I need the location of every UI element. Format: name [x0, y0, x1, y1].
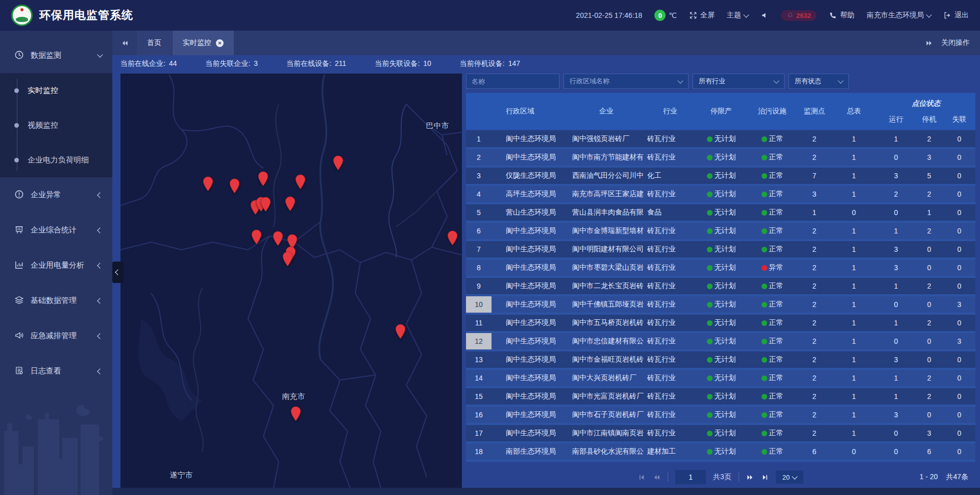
table-row[interactable]: 2阆中生态环境局阆中市南方节能建材有砖瓦行业无计划正常21030: [466, 149, 975, 168]
map-pin[interactable]: [258, 171, 268, 186]
sidebar-group-item[interactable]: 应急减排管理: [0, 318, 112, 353]
cell-industry: 砖瓦行业: [645, 351, 696, 368]
tab-close-icon[interactable]: ×: [216, 39, 224, 47]
map-pin[interactable]: [285, 196, 296, 211]
row-index: 2: [466, 149, 492, 166]
region-filter-select[interactable]: 行政区域名称: [564, 74, 689, 89]
cell-company: 阆中市金博瑞新型墙材: [568, 223, 645, 239]
last-page-button[interactable]: [761, 474, 769, 481]
cell-limit-status: 无计划: [696, 204, 747, 221]
cell-industry: 砖瓦行业: [645, 388, 696, 405]
limit-status-label: 无计划: [715, 281, 736, 291]
cell-meter-count: 1: [831, 351, 877, 368]
table-row[interactable]: 8阆中生态环境局阆中市枣碧大梁山页岩砖瓦行业无计划异常21300: [466, 260, 975, 278]
map-pin[interactable]: [295, 174, 306, 190]
map-pin[interactable]: [333, 155, 344, 171]
theme-button[interactable]: 主题: [727, 11, 748, 20]
map-pin[interactable]: [251, 229, 262, 245]
sidebar-group-item[interactable]: 企业异常: [0, 177, 112, 213]
table-row[interactable]: 12阆中生态环境局阆中市忠信建材有限公砖瓦行业无计划正常21003: [466, 333, 975, 351]
tab-realtime[interactable]: 实时监控×: [173, 31, 234, 55]
table-row[interactable]: 1阆中生态环境局阆中强锐页岩砖厂砖瓦行业无计划正常21120: [466, 131, 975, 149]
name-filter-input[interactable]: [466, 74, 559, 89]
chevron-left-icon: [97, 368, 103, 374]
map-pin[interactable]: [273, 231, 283, 246]
sidebar-submenu-item[interactable]: 企业电力负荷明细: [0, 143, 112, 177]
table-row[interactable]: 18南部生态环境局南部县砂化水泥有限公建材加工无计划正常60060: [466, 443, 975, 462]
status-dot-green-icon: [707, 155, 713, 160]
cell-limit-status: 无计划: [696, 149, 747, 166]
table-row[interactable]: 4高坪生态环境局南充市高坪区王家店建砖瓦行业无计划正常31220: [466, 186, 975, 204]
stat-label: 当前在线设备:: [286, 59, 331, 68]
sidebar-collapse-button[interactable]: [112, 262, 124, 283]
tab-home[interactable]: 首页: [137, 31, 172, 55]
logout-button[interactable]: 退出: [943, 11, 969, 20]
cell-offline-count: 0: [943, 388, 975, 405]
next-page-button[interactable]: [746, 474, 754, 481]
map-pin[interactable]: [229, 178, 240, 194]
chevron-left-icon: [97, 227, 103, 233]
table-row[interactable]: 17阆中生态环境局阆中市江南镇阆南页岩砖瓦行业无计划正常21030: [466, 425, 975, 443]
page-input[interactable]: [675, 470, 706, 484]
chevron-left-icon: [97, 333, 103, 339]
help-button[interactable]: 帮助: [829, 11, 854, 20]
org-selector[interactable]: 南充市生态环境局: [867, 11, 931, 20]
row-index: 17: [466, 425, 492, 441]
close-operations-button[interactable]: 关闭操作: [941, 31, 980, 55]
cell-company: 阆中市枣碧大梁山页岩: [568, 260, 645, 276]
map-pin[interactable]: [260, 197, 271, 212]
row-index: 5: [466, 204, 492, 221]
cell-facility-status: 正常: [747, 407, 798, 423]
table-row[interactable]: 7阆中生态环境局阆中明阳建材有限公司砖瓦行业无计划正常21300: [466, 241, 975, 260]
map-pin[interactable]: [290, 406, 301, 421]
page-size-select[interactable]: 20: [776, 470, 803, 484]
row-index: 15: [466, 388, 492, 405]
fullscreen-button[interactable]: 全屏: [689, 11, 715, 20]
table-row[interactable]: 11阆中生态环境局阆中市五马桥页岩机砖砖瓦行业无计划正常21120: [466, 315, 975, 333]
sidebar-group-item[interactable]: 企业综合统计: [0, 213, 112, 248]
cell-monitor-count: 2: [798, 241, 831, 257]
sidebar-group-item[interactable]: 日志查看: [0, 353, 112, 389]
table-row[interactable]: 16阆中生态环境局阆中市石子页岩机砖厂砖瓦行业无计划正常21300: [466, 407, 975, 425]
sidebar-submenu-item[interactable]: 视频监控: [0, 108, 112, 143]
cell-company: 阆中市金福旺页岩机砖: [568, 351, 645, 368]
cell-facility-status: 正常: [747, 351, 798, 368]
limit-status-label: 无计划: [715, 171, 736, 180]
cell-running-count: 3: [877, 351, 915, 368]
prev-page-button[interactable]: [653, 474, 660, 481]
table-row[interactable]: 6阆中生态环境局阆中市金博瑞新型墙材砖瓦行业无计划正常21120: [466, 223, 975, 241]
sidebar-submenu-item[interactable]: 实时监控: [0, 73, 112, 108]
map-roads: [120, 74, 462, 488]
cell-region: 仪陇生态环境局: [492, 168, 568, 184]
status-dot-green-icon: [707, 339, 713, 344]
table-row[interactable]: 9阆中生态环境局阆中市二龙长宝页岩砖砖瓦行业无计划正常21120: [466, 278, 975, 296]
sidebar-group-item[interactable]: 企业用电量分析: [0, 248, 112, 283]
notification-badge[interactable]: 2632: [781, 10, 817, 21]
mute-button[interactable]: [761, 11, 769, 19]
map-pin[interactable]: [282, 251, 293, 267]
cell-monitor-count: 2: [798, 425, 831, 441]
table-row[interactable]: 15阆中生态环境局阆中市光富页岩机砖厂砖瓦行业无计划正常21120: [466, 388, 975, 407]
cell-region: 阆中生态环境局: [492, 388, 568, 405]
map-panel[interactable]: 巴中市南充市遂宁市: [120, 74, 462, 488]
cell-stopped-count: 1: [915, 204, 943, 221]
first-page-button[interactable]: [638, 474, 646, 481]
status-dot-green-icon: [707, 394, 713, 399]
header-cell-facility: 治污设施: [747, 93, 798, 130]
tabbar-scroll-left-button[interactable]: [112, 31, 137, 55]
table-row[interactable]: 10阆中生态环境局阆中千佛镇五郎垭页岩砖瓦行业无计划正常21003: [466, 296, 975, 315]
industry-filter-select[interactable]: 所有行业: [693, 74, 785, 89]
table-row[interactable]: 14阆中生态环境局阆中大兴页岩机砖厂砖瓦行业无计划正常21120: [466, 370, 975, 388]
cell-facility-status: 正常: [747, 168, 798, 184]
table-row[interactable]: 3仪陇生态环境局西南油气田分公司川中化工无计划正常71350: [466, 168, 975, 186]
map-pin[interactable]: [395, 324, 406, 339]
map-pin[interactable]: [447, 230, 458, 246]
sidebar-group-item[interactable]: 数据监测: [0, 38, 112, 73]
table-row[interactable]: 5营山生态环境局营山县润丰肉食品有限食品无计划正常10010: [466, 204, 975, 223]
status-filter-select[interactable]: 所有状态: [789, 74, 849, 89]
status-dot-green-icon: [762, 431, 767, 436]
map-pin[interactable]: [203, 176, 213, 192]
tabbar-scroll-right-button[interactable]: [917, 31, 941, 55]
sidebar-group-item[interactable]: 基础数据管理: [0, 283, 112, 318]
table-row[interactable]: 13阆中生态环境局阆中市金福旺页岩机砖砖瓦行业无计划正常21300: [466, 351, 975, 370]
